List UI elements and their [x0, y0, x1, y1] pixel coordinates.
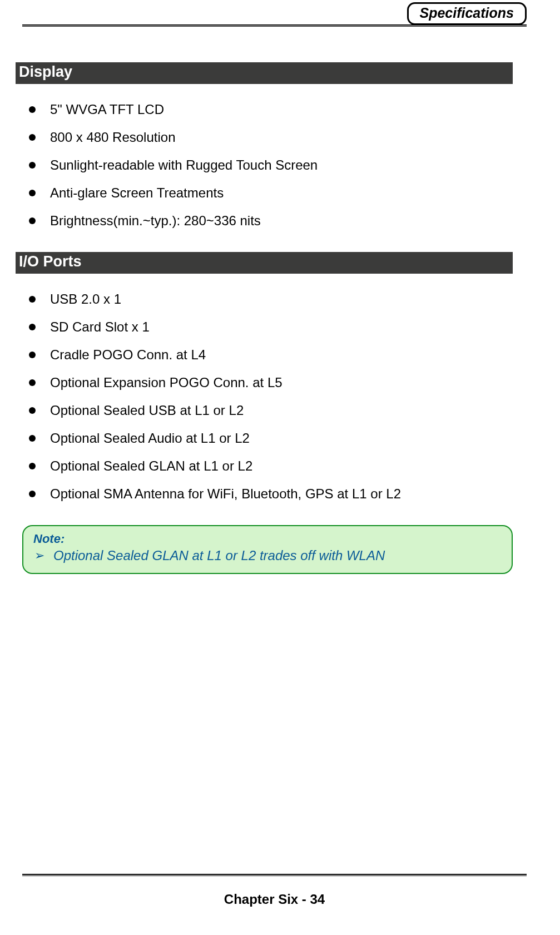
main-content: Display 5" WVGA TFT LCD 800 x 480 Resolu…	[22, 34, 527, 574]
note-box: Note: Optional Sealed GLAN at L1 or L2 t…	[22, 525, 513, 574]
list-item: Optional Expansion POGO Conn. at L5	[26, 374, 513, 392]
ioports-list: USB 2.0 x 1 SD Card Slot x 1 Cradle POGO…	[22, 290, 513, 503]
footer-rule	[22, 874, 527, 876]
header-title: Specifications	[420, 5, 514, 21]
list-item: Optional Sealed USB at L1 or L2	[26, 402, 513, 419]
list-item: Sunlight-readable with Rugged Touch Scre…	[26, 156, 513, 174]
list-item: Cradle POGO Conn. at L4	[26, 346, 513, 364]
header-title-box: Specifications	[407, 2, 527, 25]
footer-text: Chapter Six - 34	[22, 892, 527, 907]
list-item: USB 2.0 x 1	[26, 290, 513, 308]
section-title-text: Display	[19, 63, 72, 80]
list-item: Optional Sealed GLAN at L1 or L2	[26, 457, 513, 475]
list-item: Optional Sealed Audio at L1 or L2	[26, 429, 513, 447]
list-item: SD Card Slot x 1	[26, 318, 513, 336]
list-item: Anti-glare Screen Treatments	[26, 184, 513, 202]
page: Specifications Display 5" WVGA TFT LCD 8…	[0, 0, 560, 935]
list-item: Optional SMA Antenna for WiFi, Bluetooth…	[26, 485, 513, 503]
page-header: Specifications	[22, 0, 527, 28]
note-text: Optional Sealed GLAN at L1 or L2 trades …	[33, 547, 502, 564]
list-item: 5" WVGA TFT LCD	[26, 101, 513, 118]
note-label: Note:	[33, 532, 502, 546]
page-footer: Chapter Six - 34	[22, 874, 527, 907]
section-title-display: Display	[16, 62, 513, 84]
section-title-text: I/O Ports	[19, 253, 82, 270]
list-item: 800 x 480 Resolution	[26, 128, 513, 146]
section-title-ioports: I/O Ports	[16, 252, 513, 274]
list-item: Brightness(min.~typ.): 280~336 nits	[26, 212, 513, 230]
display-list: 5" WVGA TFT LCD 800 x 480 Resolution Sun…	[22, 101, 513, 230]
